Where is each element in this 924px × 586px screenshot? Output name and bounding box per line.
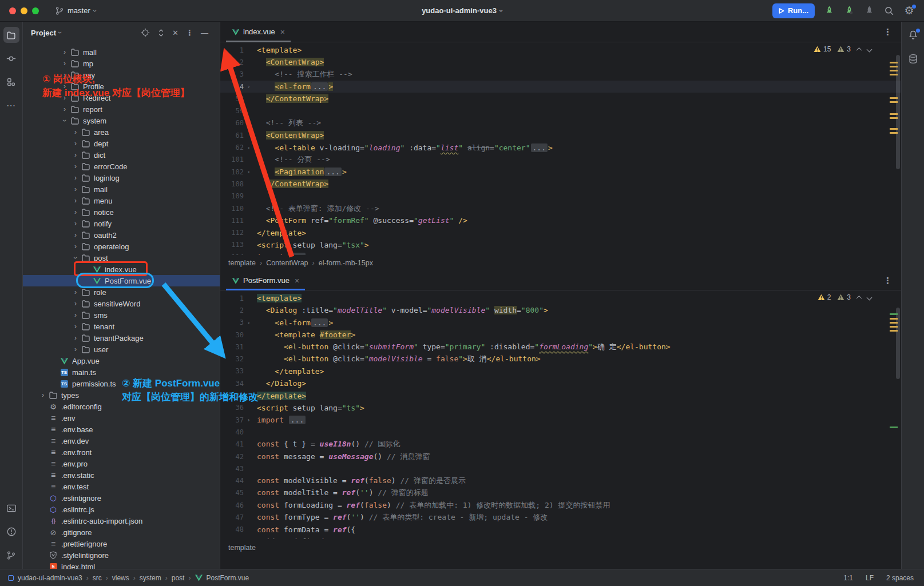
tree-item-system[interactable]: ›system xyxy=(23,115,220,126)
fold-region-icon[interactable]: › xyxy=(244,144,253,152)
tree-item-pay[interactable]: ›pay xyxy=(23,69,220,81)
notifications-bell-icon[interactable] xyxy=(907,29,919,41)
code-line-4[interactable]: 4› <el-form...> xyxy=(220,81,901,93)
tree-item-notice[interactable]: ›notice xyxy=(23,206,220,218)
code-line-34[interactable]: 34 </Dialog> xyxy=(220,377,901,389)
tree-item-index.vue[interactable]: index.vue xyxy=(23,264,220,275)
tree-item-role[interactable]: ›role xyxy=(23,286,220,298)
more-tools-icon[interactable]: ⋯ xyxy=(3,97,19,113)
tree-chevron-icon[interactable]: › xyxy=(70,232,81,238)
zoom-window-button[interactable] xyxy=(32,7,39,14)
tree-item-.env.test[interactable]: ≡.env.test xyxy=(23,481,220,492)
code-line-108[interactable]: 108 </ContentWrap> xyxy=(220,178,901,190)
code-line-30[interactable]: 30 <template #footer> xyxy=(220,329,901,341)
fold-region-icon[interactable]: › xyxy=(244,319,253,326)
version-control-tool-icon[interactable] xyxy=(3,547,19,563)
tree-item-Redirect[interactable]: ›Redirect xyxy=(23,92,220,103)
tree-item-tenantPackage[interactable]: ›tenantPackage xyxy=(23,332,220,344)
code-line-44[interactable]: 44const modelVisible = ref(false) // 弹窗的… xyxy=(220,475,901,487)
code-line-2[interactable]: 2 <ContentWrap> xyxy=(220,56,901,68)
project-tool-icon[interactable] xyxy=(3,27,19,43)
code-line-62[interactable]: 62› <el-table v-loading="loading" :data=… xyxy=(220,141,901,153)
tree-item-.stylelintignore[interactable]: .stylelintignore xyxy=(23,549,220,561)
indent-size[interactable]: 2 spaces xyxy=(886,574,914,582)
tree-item-sms[interactable]: ›sms xyxy=(23,309,220,321)
code-line-110[interactable]: 110 <!-- 表单弹窗: 添加/修改 --> xyxy=(220,202,901,214)
tree-item-mall[interactable]: ›mall xyxy=(23,46,220,58)
tree-item-types[interactable]: ›types xyxy=(23,389,220,401)
tree-item-index.html[interactable]: 5index.html xyxy=(23,561,220,569)
tree-item-oauth2[interactable]: ›oauth2 xyxy=(23,229,220,241)
tree-item-permission.ts[interactable]: TSpermission.ts xyxy=(23,378,220,389)
tree-chevron-icon[interactable]: › xyxy=(70,323,81,330)
fold-region-icon[interactable]: › xyxy=(244,253,253,255)
tree-item-main.ts[interactable]: TSmain.ts xyxy=(23,366,220,378)
fold-region-icon[interactable]: › xyxy=(244,416,253,424)
code-line-46[interactable]: 46const formLoading = ref(false) // 表单的加… xyxy=(220,499,901,511)
code-line-49[interactable]: 49 id: undefined xyxy=(220,536,901,539)
code-line-41[interactable]: 41const { t } = useI18n() // 国际化 xyxy=(220,438,901,451)
tree-chevron-icon[interactable]: › xyxy=(70,140,81,147)
profiler-inactive-icon[interactable] xyxy=(863,5,875,17)
previous-problem-icon[interactable] xyxy=(856,47,862,53)
weak-warnings-badge[interactable]: 3 xyxy=(837,45,851,53)
tree-item-.eslintignore[interactable]: ⬡.eslintignore xyxy=(23,492,220,504)
code-line-2[interactable]: 2 <Dialog :title="modelTitle" v-model="m… xyxy=(220,304,901,316)
code-line-40[interactable]: 40 xyxy=(220,426,901,438)
next-problem-icon[interactable] xyxy=(867,46,873,52)
status-path-src[interactable]: src xyxy=(93,574,102,582)
tree-chevron-icon[interactable]: › xyxy=(70,197,81,204)
code-line-111[interactable]: 111 <PostForm ref="formRef" @success="ge… xyxy=(220,214,901,226)
tree-chevron-icon[interactable]: › xyxy=(60,106,70,113)
code-line-3[interactable]: 3› <el-form...> xyxy=(220,317,901,329)
project-switcher[interactable]: yudao-ui-admin-vue3 › xyxy=(422,6,502,15)
editor-options-kebab-icon[interactable]: ⋮ xyxy=(883,276,892,286)
status-path-yudao-ui-admin-vue3[interactable]: yudao-ui-admin-vue3 xyxy=(18,574,82,582)
git-branch-widget[interactable]: master › xyxy=(55,6,96,15)
code-line-35[interactable]: 35</template> xyxy=(220,389,901,401)
tree-item-report[interactable]: ›report xyxy=(23,103,220,115)
breadcrumb-item[interactable]: template xyxy=(228,259,256,267)
tree-item-post[interactable]: ›post xyxy=(23,252,220,264)
code-line-48[interactable]: 48const formData = ref({ xyxy=(220,524,901,536)
close-window-button[interactable] xyxy=(9,7,16,14)
tree-item-errorCode[interactable]: ›errorCode xyxy=(23,161,220,172)
tree-chevron-icon[interactable]: › xyxy=(72,253,79,263)
code-line-101[interactable]: 101 <!-- 分页 --> xyxy=(220,154,901,166)
tree-item-loginlog[interactable]: ›loginlog xyxy=(23,172,220,184)
tree-chevron-icon[interactable]: › xyxy=(60,60,70,67)
previous-problem-icon[interactable] xyxy=(856,295,862,301)
code-line-42[interactable]: 42const message = useMessage() // 消息弹窗 xyxy=(220,451,901,463)
project-panel-title[interactable]: Project xyxy=(31,29,56,37)
top-editor[interactable]: 15 3 1<template>2 <ContentWrap>3 <!-- 搜索… xyxy=(220,42,901,255)
tree-chevron-icon[interactable]: › xyxy=(70,289,81,296)
structure-tool-icon[interactable] xyxy=(3,74,19,90)
hide-panel-icon[interactable]: — xyxy=(201,29,208,37)
breadcrumb-item[interactable]: ContentWrap xyxy=(266,259,308,267)
status-path-post[interactable]: post xyxy=(172,574,185,582)
minimize-window-button[interactable] xyxy=(21,7,27,14)
tree-item-.env.dev[interactable]: ≡.env.dev xyxy=(23,435,220,447)
code-line-113[interactable]: 113<script setup lang="tsx"> xyxy=(220,239,901,251)
tree-item-area[interactable]: ›area xyxy=(23,126,220,138)
code-line-43[interactable]: 43 xyxy=(220,463,901,475)
next-problem-icon[interactable] xyxy=(867,294,873,300)
warnings-badge[interactable]: 2 xyxy=(818,293,831,301)
inspections-widget[interactable]: 15 3 xyxy=(814,45,871,53)
tree-item-.env.front[interactable]: ≡.env.front xyxy=(23,447,220,458)
editor-options-kebab-icon[interactable]: ⋮ xyxy=(883,27,892,37)
code-line-102[interactable]: 102› <Pagination...> xyxy=(220,166,901,178)
warnings-badge[interactable]: 15 xyxy=(814,45,831,53)
weak-warnings-badge[interactable]: 3 xyxy=(837,293,851,301)
tree-item-.eslintrc.js[interactable]: ⬡.eslintrc.js xyxy=(23,504,220,515)
commit-tool-icon[interactable] xyxy=(3,50,19,66)
tree-chevron-icon[interactable]: › xyxy=(60,71,70,78)
code-line-32[interactable]: 32 <el-button @click="modelVisible = fal… xyxy=(220,353,901,365)
tree-chevron-icon[interactable]: › xyxy=(70,209,81,216)
tree-item-sensitiveWord[interactable]: ›sensitiveWord xyxy=(23,298,220,309)
tree-item-.env[interactable]: ≡.env xyxy=(23,412,220,424)
code-line-33[interactable]: 33 </template> xyxy=(220,365,901,377)
select-opened-file-icon[interactable] xyxy=(141,28,150,37)
tree-chevron-icon[interactable]: › xyxy=(70,174,81,181)
tree-item-PostForm.vue[interactable]: PostForm.vue xyxy=(23,275,220,286)
